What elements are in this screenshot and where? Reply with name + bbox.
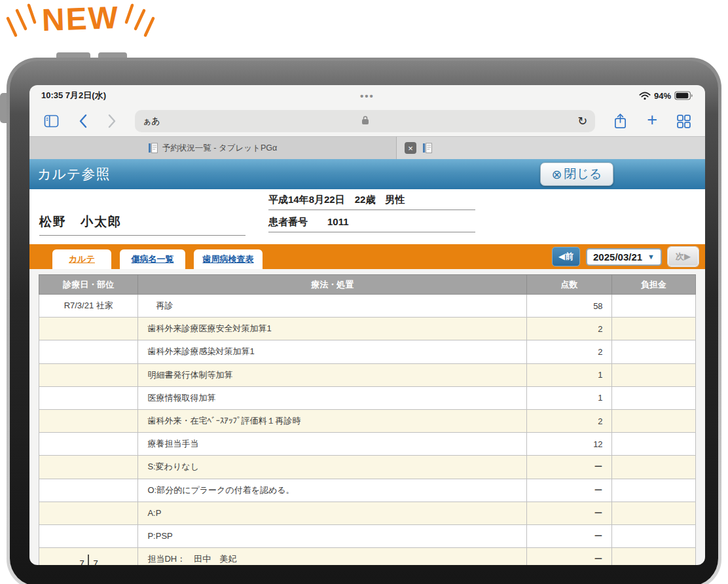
table-row: 歯科外来診療医療安全対策加算12: [39, 318, 696, 340]
browser-tab-title: 予約状況一覧 - タブレットPGα: [162, 143, 277, 154]
cell-points: 2: [527, 409, 611, 432]
tab-close-icon[interactable]: ×: [405, 142, 416, 154]
cell-points: ー: [527, 502, 611, 524]
cell-treatment: 担当DH： 田中 美妃: [138, 548, 527, 565]
cell-treatment: 医療情報取得加算: [138, 386, 527, 409]
tab-perio-chart[interactable]: 歯周病検査表: [194, 249, 263, 269]
burst-lines-left-icon: [4, 3, 39, 43]
favicon: [423, 143, 432, 153]
cell-burden: [611, 433, 695, 456]
cell-date: [39, 363, 138, 386]
table-row: P:PSPー: [39, 524, 696, 547]
back-icon[interactable]: [79, 114, 88, 128]
cell-date: R7/3/21 社家: [39, 295, 138, 318]
cell-date: [39, 479, 138, 502]
cell-burden: [611, 524, 695, 547]
cell-points: 1: [527, 363, 611, 386]
battery-percent: 94%: [654, 91, 671, 101]
cell-burden: [611, 502, 695, 524]
cell-date: [39, 433, 138, 456]
table-row: 療養担当手当12: [39, 433, 696, 456]
chevron-down-icon: ▼: [647, 253, 655, 261]
cell-date: [39, 502, 138, 524]
tab-karte[interactable]: カルテ: [52, 249, 111, 269]
cell-points: ー: [527, 456, 611, 479]
favicon: [149, 143, 158, 153]
new-tab-icon[interactable]: +: [647, 111, 657, 129]
cell-burden: [611, 548, 695, 565]
prev-date-button[interactable]: ◀前: [552, 247, 580, 266]
table-row: 歯科外来・在宅ﾍﾞｰｽｱｯﾌﾟ評価料１再診時2: [39, 409, 696, 432]
cell-burden: [611, 363, 695, 386]
cell-burden: [611, 479, 695, 502]
share-icon[interactable]: [613, 113, 627, 130]
reader-button[interactable]: ぁあ: [143, 115, 160, 127]
burst-lines-right-icon: [122, 3, 157, 43]
table-row: 歯科外来診療感染対策加算12: [39, 340, 696, 363]
header-date-part: 診療日・部位: [39, 275, 138, 295]
table-row: A:Pー: [39, 502, 696, 524]
karte-nav-bar: カルテ 傷病名一覧 歯周病検査表 ◀前 2025/03/21 ▼ 次▶: [29, 244, 705, 269]
cell-burden: [611, 386, 695, 409]
cell-treatment: A:P: [138, 502, 527, 524]
patient-name: 松野 小太郎: [39, 213, 246, 236]
table-row: R7/3/21 社家再診58: [39, 295, 696, 318]
cell-burden: [611, 295, 695, 318]
screen: 10:35 7月2日(水) ••• 94%: [29, 85, 705, 565]
browser-toolbar: ぁあ ↻ +: [29, 106, 705, 136]
reload-icon[interactable]: ↻: [577, 115, 587, 127]
cell-date: [39, 524, 138, 547]
tab-disease-list[interactable]: 傷病名一覧: [120, 249, 185, 269]
cell-burden: [611, 340, 695, 363]
cell-points: 58: [527, 295, 611, 318]
wifi-icon: [639, 92, 651, 100]
cell-treatment: O:部分的にプラークの付着を認める。: [138, 479, 527, 502]
cell-treatment: P:PSP: [138, 524, 527, 547]
svg-text:7: 7: [94, 558, 98, 565]
ellipsis-icon: •••: [360, 90, 374, 101]
browser-tab-reservation[interactable]: 予約状況一覧 - タブレットPGα: [29, 137, 397, 159]
tablet-bezel: 10:35 7月2日(水) ••• 94%: [10, 61, 718, 584]
tabs-grid-icon[interactable]: [677, 115, 691, 128]
status-bar: 10:35 7月2日(水) ••• 94%: [29, 85, 705, 106]
page-title: カルテ参照: [37, 165, 110, 183]
address-bar[interactable]: ぁあ ↻: [135, 110, 595, 132]
tablet-frame: 10:35 7月2日(水) ••• 94%: [7, 58, 721, 584]
cell-points: 12: [527, 433, 611, 456]
cell-treatment: 歯科外来診療医療安全対策加算1: [138, 318, 527, 340]
next-date-button[interactable]: 次▶: [668, 247, 699, 266]
table-row: 7777担当DH： 田中 美妃ー: [39, 548, 696, 565]
cell-points: ー: [527, 548, 611, 565]
cell-treatment: 歯科外来診療感染対策加算1: [138, 340, 527, 363]
cell-date: [39, 386, 138, 409]
cell-date: 7777: [39, 548, 138, 565]
forward-icon[interactable]: [107, 114, 117, 128]
cell-points: 2: [527, 340, 611, 363]
header-points: 点数: [527, 275, 611, 295]
sidebar-icon[interactable]: [44, 115, 59, 128]
cell-date: [39, 409, 138, 432]
table-header-row: 診療日・部位 療法・処置 点数 負担金: [39, 275, 696, 295]
header-treatment: 療法・処置: [138, 275, 527, 295]
new-badge-label: NEW: [41, 0, 120, 39]
close-button[interactable]: ⊗ 閉じる: [540, 162, 613, 186]
close-button-label: 閉じる: [564, 166, 602, 183]
cell-date: [39, 340, 138, 363]
cell-treatment: 療養担当手当: [138, 433, 527, 456]
cell-treatment: 再診: [138, 295, 527, 318]
table-row: 医療情報取得加算1: [39, 386, 696, 409]
header-burden: 負担金: [611, 275, 695, 295]
new-badge: NEW: [4, 0, 157, 43]
app-header: カルテ参照 ⊗ 閉じる: [29, 159, 705, 189]
browser-tab-current[interactable]: ×: [397, 137, 705, 159]
cell-treatment: 明細書発行体制等加算: [138, 363, 527, 386]
cell-points: 1: [527, 386, 611, 409]
svg-text:7: 7: [80, 558, 84, 565]
cell-burden: [611, 456, 695, 479]
cell-date: [39, 318, 138, 340]
karte-table: 診療日・部位 療法・処置 点数 負担金 R7/3/21 社家再診58歯科外来診療…: [39, 274, 696, 565]
cell-burden: [611, 409, 695, 432]
date-dropdown[interactable]: 2025/03/21 ▼: [586, 248, 662, 266]
patient-number-label: 患者番号: [268, 216, 308, 228]
browser-tab-bar: 予約状況一覧 - タブレットPGα ×: [29, 136, 705, 159]
